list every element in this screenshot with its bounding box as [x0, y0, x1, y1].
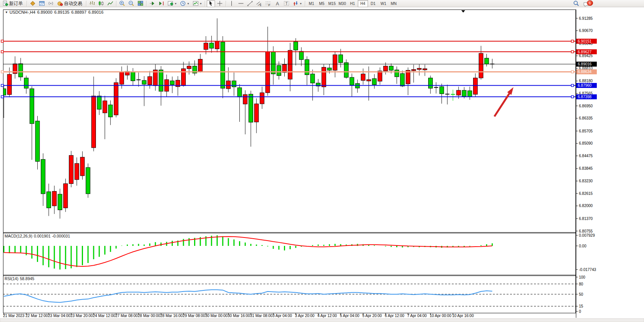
timeframe-m30-button[interactable]: M30 — [337, 0, 348, 7]
chart-shift-button[interactable] — [157, 0, 166, 7]
svg-text:21 Mar 2023: 21 Mar 2023 — [3, 314, 25, 318]
svg-text:5 Apr 04:00: 5 Apr 04:00 — [340, 314, 360, 318]
equidistant-channel-button[interactable]: E — [255, 0, 263, 7]
line-handle[interactable] — [571, 71, 574, 73]
tile-windows-button[interactable] — [136, 0, 145, 7]
svg-text:6.82615: 6.82615 — [579, 191, 593, 196]
macd-indicator-label: MACD(12,26,9)0.001901-0.000031 — [5, 234, 72, 238]
text-label-button[interactable]: T — [282, 0, 291, 7]
svg-text:6.84475: 6.84475 — [579, 154, 593, 158]
svg-text:6.85090: 6.85090 — [579, 141, 593, 145]
horizontal-line-button[interactable] — [237, 0, 245, 7]
metaeditor-button[interactable] — [29, 0, 37, 7]
periods-button[interactable]: ▼ — [179, 0, 191, 7]
line-handle[interactable] — [571, 96, 574, 98]
autotrading-icon — [57, 0, 63, 6]
svg-text:24 Mar 12:00: 24 Mar 12:00 — [93, 314, 115, 318]
arrow-objects-icon — [293, 0, 299, 6]
line-chart-button[interactable] — [106, 0, 115, 7]
vertical-line-button[interactable] — [228, 0, 236, 7]
arrow-objects-button[interactable]: ▼ — [292, 0, 303, 7]
trend-line-button[interactable] — [246, 0, 254, 7]
timeframe-h4-button[interactable]: H4 — [358, 0, 368, 7]
svg-text:6.88634: 6.88634 — [578, 70, 592, 74]
rsi-params: (14) — [11, 276, 19, 281]
line-handle[interactable] — [1, 71, 3, 73]
chevron-down-icon[interactable]: ▼ — [187, 2, 190, 5]
svg-text:6.80755: 6.80755 — [579, 229, 593, 233]
toolbar-group: 新订单 — [1, 0, 26, 7]
timeframe-mn-button[interactable]: MN — [389, 0, 399, 7]
auto-scroll-button[interactable] — [148, 0, 156, 7]
svg-text:15: 15 — [579, 304, 583, 308]
metaeditor-icon — [30, 0, 36, 6]
svg-text:6.89425: 6.89425 — [579, 54, 593, 58]
timeframe-w1-button[interactable]: W1 — [378, 0, 389, 7]
timeframe-m5-button[interactable]: M5 — [317, 0, 327, 7]
auto-scroll-icon — [149, 0, 155, 6]
svg-text:5 Apr 20:00: 5 Apr 20:00 — [362, 314, 382, 318]
signals-button[interactable] — [47, 0, 55, 7]
autotrading-button[interactable]: 自动交易 — [56, 0, 84, 7]
search-icon[interactable] — [573, 0, 579, 8]
market-watch-button[interactable] — [38, 0, 46, 7]
svg-text:E: E — [260, 4, 261, 6]
chevron-down-icon[interactable]: ▼ — [199, 2, 202, 5]
timeframe-h1-button[interactable]: H1 — [348, 0, 358, 7]
svg-text:6.86950: 6.86950 — [579, 104, 593, 108]
crosshair-button[interactable] — [216, 0, 224, 7]
svg-text:0.00: 0.00 — [579, 244, 587, 248]
zoom-in-button[interactable] — [118, 0, 126, 7]
candlestick-chart-button[interactable] — [97, 0, 105, 7]
cursor-button[interactable] — [207, 0, 215, 7]
svg-text:6.85705: 6.85705 — [579, 129, 593, 133]
market-watch-icon — [39, 0, 45, 6]
svg-text:6.87398: 6.87398 — [578, 95, 592, 99]
svg-text:27 Mar 08:00: 27 Mar 08:00 — [115, 314, 138, 318]
chart-canvas[interactable]: 6.912856.906706.900406.894256.888106.881… — [0, 10, 644, 322]
text-icon: A — [274, 0, 281, 6]
chat-button[interactable]: 1 — [583, 1, 591, 8]
quote-close: 6.89016 — [88, 10, 104, 14]
collapse-triangle-icon[interactable]: ▼ — [5, 11, 8, 14]
svg-text:80: 80 — [579, 282, 583, 286]
symbol-timeframe: USDCNH-,H4 — [10, 10, 35, 14]
toolbar-group: 自动交易 — [28, 0, 85, 7]
time-axis[interactable]: 21 Mar 202322 Mar 12:0023 Mar 04:0023 Ma… — [3, 313, 474, 318]
line-handle[interactable] — [1, 96, 3, 98]
new-order-button[interactable]: 新订单 — [1, 0, 25, 7]
svg-text:6.83230: 6.83230 — [579, 179, 593, 183]
text-button[interactable]: A — [273, 0, 282, 7]
toolbar-separator — [205, 1, 205, 6]
line-handle[interactable] — [1, 84, 3, 87]
line-handle[interactable] — [1, 51, 3, 53]
templates-button[interactable]: ▼ — [191, 0, 203, 7]
crosshair-icon — [217, 0, 223, 6]
svg-text:6.87960: 6.87960 — [578, 83, 592, 88]
svg-text:50: 50 — [579, 292, 583, 296]
line-handle[interactable] — [1, 40, 3, 42]
cursor-icon — [208, 0, 214, 6]
chevron-down-icon[interactable]: ▼ — [174, 2, 177, 5]
fibonacci-icon: F — [265, 0, 271, 6]
toolbar-group: EFAT▼ — [227, 0, 304, 7]
autotrading-label: 自动交易 — [64, 0, 82, 7]
line-handle[interactable] — [571, 84, 574, 87]
zoom-out-button[interactable] — [127, 0, 135, 7]
chevron-down-icon[interactable]: ▼ — [300, 2, 302, 5]
svg-text:0: 0 — [579, 309, 581, 314]
fibonacci-button[interactable]: F — [264, 0, 273, 7]
timeframe-m15-button[interactable]: M15 — [327, 0, 337, 7]
svg-text:6.89016: 6.89016 — [578, 62, 592, 66]
horizontal-line-icon — [238, 0, 244, 6]
new-chart-button[interactable]: ▼ — [166, 0, 178, 7]
timeframe-d1-button[interactable]: D1 — [368, 0, 378, 7]
periods-icon — [180, 0, 186, 6]
timeframe-m1-button[interactable]: M1 — [306, 0, 317, 7]
line-handle[interactable] — [571, 51, 574, 53]
new-order-label: 新订单 — [9, 0, 23, 7]
line-handle[interactable] — [571, 40, 574, 42]
bar-chart-button[interactable] — [88, 0, 96, 7]
toolbar-separator — [27, 1, 27, 6]
svg-text:23 Mar 20:00: 23 Mar 20:00 — [70, 314, 93, 318]
